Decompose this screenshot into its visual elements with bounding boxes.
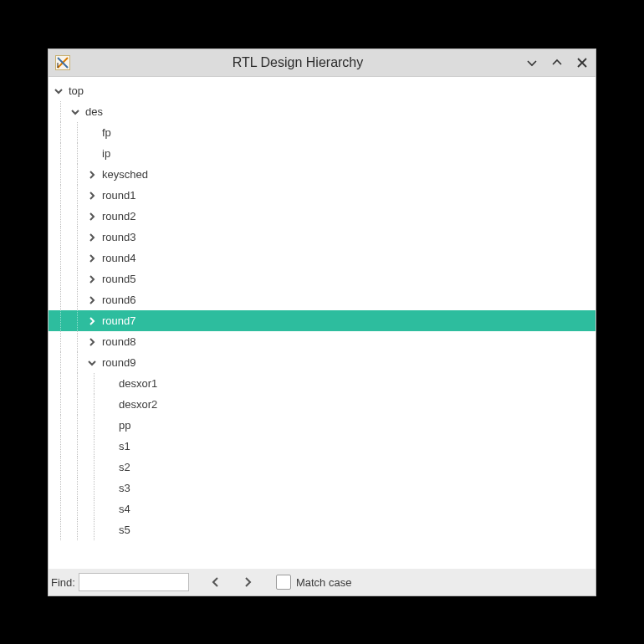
- find-next-button[interactable]: [236, 570, 259, 594]
- tree-item-label: s1: [119, 440, 130, 452]
- app-icon: [55, 55, 70, 70]
- minimize-button[interactable]: [525, 56, 539, 69]
- tree-item-keysched[interactable]: keysched: [49, 164, 595, 185]
- tree-item-fp[interactable]: fp: [49, 122, 595, 143]
- tree-item-desxor2[interactable]: desxor2: [49, 394, 595, 415]
- chevron-right-icon[interactable]: [85, 212, 99, 221]
- window-title: RTL Design Hierarchy: [70, 55, 525, 70]
- chevron-down-icon[interactable]: [85, 359, 99, 367]
- tree-item-label: s4: [119, 503, 130, 515]
- tree-item-round4[interactable]: round4: [49, 248, 595, 268]
- maximize-button[interactable]: [550, 56, 564, 69]
- tree-item-label: s5: [119, 524, 130, 536]
- chevron-right-icon[interactable]: [85, 317, 99, 325]
- tree-item-label: s2: [119, 461, 130, 473]
- tree-item-label: round5: [102, 273, 135, 285]
- tree-item-label: desxor2: [119, 398, 157, 411]
- tree-item-label: round2: [102, 210, 135, 222]
- close-button[interactable]: [575, 56, 589, 69]
- tree-item-label: ip: [102, 147, 110, 160]
- tree-item-label: fp: [102, 126, 111, 139]
- chevron-right-icon[interactable]: [85, 171, 99, 179]
- match-case-checkbox[interactable]: Match case: [276, 575, 351, 590]
- chevron-down-icon[interactable]: [69, 108, 82, 116]
- titlebar[interactable]: RTL Design Hierarchy: [49, 49, 595, 77]
- tree-item-round9[interactable]: round9: [49, 352, 595, 373]
- tree-item-label: s3: [119, 482, 130, 494]
- svg-point-3: [57, 66, 59, 68]
- tree-item-s1[interactable]: s1: [49, 436, 595, 457]
- tree-item-round5[interactable]: round5: [49, 268, 595, 289]
- tree-item-s4[interactable]: s4: [49, 498, 595, 519]
- tree-item-round8[interactable]: round8: [49, 331, 595, 352]
- tree-item-label: top: [69, 84, 84, 97]
- find-bar: Find: Match case: [49, 569, 595, 595]
- hierarchy-window: RTL Design Hierarchy top des: [49, 49, 595, 595]
- tree-item-s5[interactable]: s5: [49, 519, 595, 540]
- chevron-right-icon[interactable]: [85, 192, 99, 200]
- tree-item-label: round1: [102, 189, 135, 202]
- tree-item-desxor1[interactable]: desxor1: [49, 373, 595, 394]
- match-case-label: Match case: [296, 576, 351, 589]
- tree-item-label: round6: [102, 294, 135, 306]
- tree-item-round3[interactable]: round3: [49, 227, 595, 248]
- chevron-down-icon[interactable]: [52, 87, 65, 95]
- checkbox-icon: [276, 575, 291, 590]
- tree-item-label: round4: [102, 252, 135, 264]
- find-input[interactable]: [79, 573, 189, 591]
- chevron-right-icon[interactable]: [85, 338, 99, 346]
- svg-point-1: [57, 63, 59, 64]
- tree-item-s3[interactable]: s3: [49, 478, 595, 498]
- tree-item-round1[interactable]: round1: [49, 185, 595, 206]
- tree-item-label: round3: [102, 231, 135, 243]
- tree-item-label: des: [85, 105, 103, 118]
- tree-item-round2[interactable]: round2: [49, 206, 595, 227]
- tree-item-label: round7: [102, 314, 135, 327]
- window-controls: [525, 56, 589, 69]
- tree-item-label: round9: [102, 356, 135, 369]
- chevron-right-icon[interactable]: [85, 275, 99, 284]
- svg-point-2: [57, 64, 59, 66]
- tree-item-label: round8: [102, 335, 135, 348]
- chevron-right-icon[interactable]: [85, 233, 99, 242]
- tree-view[interactable]: top des fp ip keysched round1: [49, 77, 595, 569]
- chevron-right-icon[interactable]: [85, 296, 99, 304]
- chevron-right-icon[interactable]: [85, 254, 99, 263]
- tree-item-s2[interactable]: s2: [49, 457, 595, 478]
- tree-item-label: keysched: [102, 168, 148, 181]
- tree-item-pp[interactable]: pp: [49, 415, 595, 436]
- tree-item-label: desxor1: [119, 377, 157, 390]
- tree-item-label: pp: [119, 419, 130, 432]
- find-prev-button[interactable]: [204, 570, 227, 594]
- tree-item-des[interactable]: des: [49, 101, 595, 122]
- tree-item-round7[interactable]: round7: [49, 310, 595, 331]
- tree-item-ip[interactable]: ip: [49, 143, 595, 164]
- tree-item-round6[interactable]: round6: [49, 289, 595, 310]
- find-label: Find:: [49, 576, 79, 589]
- tree-item-top[interactable]: top: [49, 80, 595, 101]
